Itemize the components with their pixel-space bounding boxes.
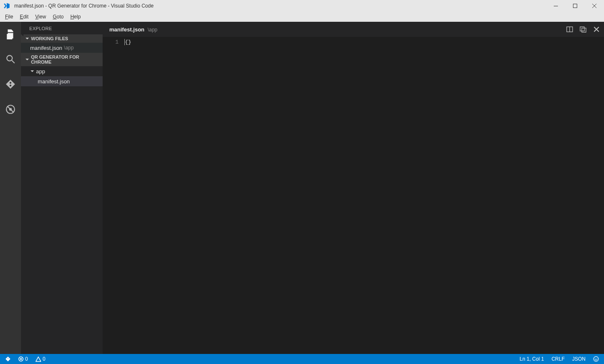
status-errors[interactable]: 0 — [17, 354, 30, 364]
split-editor-icon[interactable] — [565, 25, 574, 34]
activity-bar — [0, 22, 21, 354]
editor-area: manifest.json \app 1 {} — [103, 22, 604, 354]
working-file-item[interactable]: manifest.json \app — [21, 43, 103, 53]
svg-rect-6 — [582, 28, 586, 32]
editor-tab-bar: manifest.json \app — [103, 22, 604, 37]
status-git-icon[interactable] — [3, 354, 13, 364]
title-bar: manifest.json - QR Generator for Chrome … — [0, 0, 604, 12]
status-language[interactable]: JSON — [570, 354, 587, 364]
editor-gutter: 1 — [103, 37, 123, 354]
svg-point-3 — [9, 108, 12, 111]
caret-down-icon — [30, 69, 34, 73]
caret-down-icon — [25, 57, 29, 62]
status-warnings[interactable]: 0 — [34, 354, 47, 364]
status-cursor-position[interactable]: Ln 1, Col 1 — [518, 354, 546, 364]
status-bar: 0 0 Ln 1, Col 1 CRLF JSON — [0, 354, 604, 364]
code-line: {} — [125, 39, 132, 45]
activity-explorer-icon[interactable] — [0, 25, 21, 43]
working-file-hint: \app — [64, 45, 74, 51]
caret-down-icon — [25, 36, 29, 41]
editor-tab[interactable]: manifest.json \app — [109, 26, 157, 33]
svg-point-10 — [596, 358, 597, 359]
menu-goto[interactable]: Goto — [49, 13, 67, 21]
status-errors-count: 0 — [25, 356, 28, 362]
tab-file-hint: \app — [147, 27, 157, 33]
error-icon — [18, 356, 23, 361]
svg-point-1 — [7, 55, 12, 61]
editor-content[interactable]: {} — [123, 37, 604, 354]
working-file-name: manifest.json — [30, 45, 62, 51]
tree-file-name: manifest.json — [38, 78, 70, 85]
line-number: 1 — [103, 39, 119, 46]
tree-folder[interactable]: app — [21, 66, 103, 76]
sidebar-explorer: EXPLORE WORKING FILES manifest.json \app… — [21, 22, 103, 354]
window-maximize-button[interactable] — [565, 0, 585, 12]
menu-bar: File Edit View Goto Help — [0, 12, 604, 22]
svg-rect-0 — [573, 4, 577, 8]
warning-icon — [36, 356, 41, 362]
status-eol[interactable]: CRLF — [550, 354, 566, 364]
more-actions-icon[interactable] — [579, 25, 587, 34]
close-editor-icon[interactable] — [592, 25, 601, 34]
activity-git-icon[interactable] — [0, 75, 21, 93]
editor-code-area[interactable]: 1 {} — [103, 37, 604, 354]
svg-point-9 — [595, 358, 596, 359]
activity-search-icon[interactable] — [0, 50, 21, 68]
vscode-app-icon — [2, 1, 12, 11]
tree-file[interactable]: manifest.json — [21, 76, 103, 86]
status-feedback-icon[interactable] — [591, 354, 601, 364]
window-minimize-button[interactable] — [546, 0, 565, 12]
menu-file[interactable]: File — [2, 13, 16, 21]
sidebar-title: EXPLORE — [21, 22, 103, 34]
working-files-header[interactable]: WORKING FILES — [21, 34, 103, 43]
project-header[interactable]: QR GENERATOR FOR CHROME — [21, 53, 103, 66]
menu-edit[interactable]: Edit — [16, 13, 32, 21]
status-warnings-count: 0 — [43, 356, 46, 362]
activity-debug-icon[interactable] — [0, 101, 21, 118]
tab-file-name: manifest.json — [109, 26, 145, 33]
svg-point-8 — [594, 356, 599, 361]
working-files-label: WORKING FILES — [31, 36, 68, 41]
svg-rect-5 — [580, 27, 584, 31]
window-title: manifest.json - QR Generator for Chrome … — [14, 3, 154, 9]
menu-view[interactable]: View — [32, 13, 49, 21]
project-label: QR GENERATOR FOR CHROME — [31, 54, 100, 65]
window-close-button[interactable] — [585, 0, 604, 12]
tree-folder-name: app — [36, 68, 45, 75]
menu-help[interactable]: Help — [67, 13, 84, 21]
